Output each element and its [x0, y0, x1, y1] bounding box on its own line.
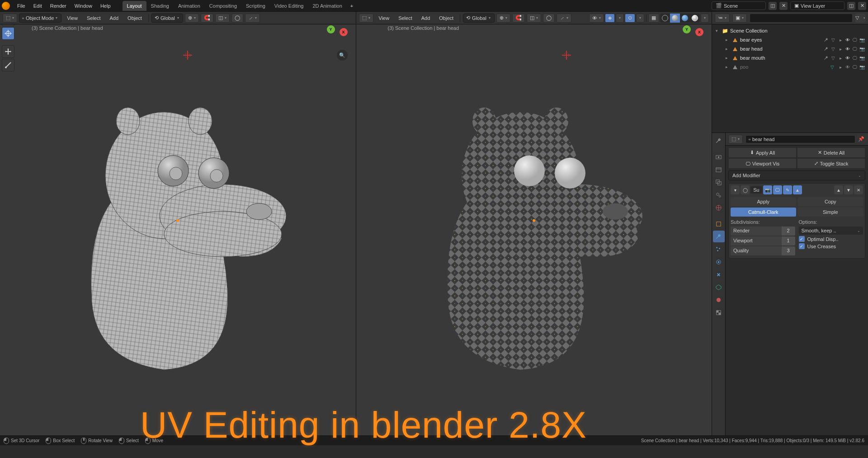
axis-y-icon[interactable]: Y — [683, 25, 691, 33]
modifier-cage-toggle[interactable]: ▲ — [793, 185, 802, 194]
scene-delete-button[interactable]: ✕ — [779, 2, 788, 10]
render-subdiv-field[interactable]: Render 2 — [731, 227, 795, 236]
outliner-search-input[interactable] — [750, 14, 853, 23]
disclosure-icon[interactable]: ▸ — [726, 65, 730, 69]
disclosure-icon[interactable]: ▾ — [716, 28, 720, 33]
header-object[interactable]: Object — [124, 14, 146, 23]
orientation-selector[interactable]: ⟲ Global ▾ — [463, 14, 495, 23]
gizmo-toggle[interactable]: ◈ — [605, 14, 615, 23]
modifier-apply-button[interactable]: Apply — [731, 197, 796, 206]
prop-tab-viewlayer[interactable] — [713, 176, 725, 188]
viewlayer-browse-button[interactable]: ◫ — [847, 2, 855, 10]
workspace-tab-scripting[interactable]: Scripting — [241, 1, 270, 11]
workspace-tab-layout[interactable]: Layout — [123, 1, 146, 11]
prop-tab-world[interactable] — [713, 202, 725, 213]
mesh-data-icon[interactable]: ▽ — [830, 37, 836, 43]
workspace-tab-compositing[interactable]: Compositing — [205, 1, 241, 11]
restrict-viewport-icon[interactable]: 🖵 — [852, 37, 858, 43]
header-add[interactable]: Add — [106, 14, 123, 23]
modifier-copy-button[interactable]: Copy — [798, 197, 863, 206]
scene-selector[interactable]: 🎬 Scene — [712, 1, 766, 10]
pivot-button[interactable]: ⊕▾ — [496, 14, 510, 23]
modifier-editmode-toggle[interactable]: ✎ — [783, 185, 792, 194]
optimal-display-checkbox[interactable]: ✓ Optimal Disp.. — [799, 236, 863, 242]
tool-move[interactable] — [2, 45, 14, 58]
wrench-icon[interactable] — [823, 46, 829, 52]
header-select[interactable]: Select — [395, 14, 416, 23]
axis-x-icon[interactable]: X — [340, 28, 348, 36]
snap-options[interactable]: ◫▾ — [215, 14, 230, 23]
blender-logo-icon[interactable] — [2, 2, 10, 10]
pivot-button[interactable]: ⊕▾ — [185, 14, 199, 23]
outliner-collection-row[interactable]: ▾ 📁 Scene Collection — [713, 26, 867, 35]
prop-tab-tool[interactable] — [713, 135, 725, 146]
header-add[interactable]: Add — [418, 14, 434, 23]
add-modifier-dropdown[interactable]: Add Modifier ⌄ — [728, 170, 865, 180]
modifier-move-up[interactable]: ▲ — [834, 185, 843, 194]
menu-help[interactable]: Help — [97, 1, 114, 10]
menu-file[interactable]: File — [14, 1, 29, 10]
modifier-name-field[interactable]: Su — [750, 186, 762, 194]
disclosure-icon[interactable]: ▸ — [726, 47, 730, 51]
restrict-viewport-icon[interactable]: 🖵 — [852, 64, 858, 70]
uv-smooth-dropdown[interactable]: Smooth, keep ..⌄ — [799, 227, 863, 235]
workspace-tab-video-editing[interactable]: Video Editing — [270, 1, 308, 11]
shading-material[interactable] — [680, 14, 690, 23]
pin-icon[interactable]: 📌 — [858, 136, 865, 142]
scene-browse-button[interactable]: ◫ — [769, 2, 777, 10]
toggle-stack-button[interactable]: ⤢Toggle Stack — [797, 158, 865, 169]
wrench-icon[interactable] — [823, 37, 829, 43]
restrict-viewport-icon[interactable]: 🖵 — [852, 55, 858, 61]
outliner-filter-button[interactable]: ▽▾ — [855, 14, 865, 23]
visibility-icon[interactable]: 👁 — [844, 55, 851, 61]
mesh-data-icon[interactable]: ▽ — [830, 46, 836, 52]
restrict-render-icon[interactable]: 📷 — [859, 46, 865, 52]
proportional-edit-button[interactable]: ◯ — [231, 14, 243, 23]
proportional-falloff[interactable]: ⟋▾ — [557, 14, 571, 23]
xray-toggle[interactable]: ▦ — [648, 14, 659, 23]
visibility-icon[interactable]: 👁 — [844, 46, 851, 52]
menu-edit[interactable]: Edit — [30, 1, 46, 10]
prop-tab-mesh[interactable] — [713, 281, 725, 293]
modifier-render-toggle[interactable]: 📷 — [763, 185, 772, 194]
prop-tab-particles[interactable] — [713, 243, 725, 255]
outliner-type-button[interactable]: ≔▾ — [715, 14, 730, 23]
modifier-expand-toggle[interactable]: ▾ — [731, 185, 740, 194]
outliner-item-bear-head[interactable]: ▸ bear head ▽ ▸ 👁 🖵 📷 — [713, 44, 867, 53]
viewlayer-delete-button[interactable]: ✕ — [858, 2, 866, 10]
visibility-button[interactable]: 👁▾ — [589, 14, 604, 23]
restrict-render-icon[interactable]: 📷 — [859, 64, 865, 70]
disclosure-icon[interactable]: ▸ — [726, 38, 730, 42]
proportional-falloff[interactable]: ⟋▾ — [245, 14, 260, 23]
workspace-tab-shading[interactable]: Shading — [146, 1, 174, 11]
snap-options[interactable]: ◫▾ — [527, 14, 541, 23]
editor-type-button[interactable]: ⬚▾ — [359, 14, 373, 23]
workspace-tab-animation[interactable]: Animation — [174, 1, 205, 11]
visibility-icon[interactable]: 👁 — [844, 37, 851, 43]
menu-render[interactable]: Render — [47, 1, 70, 10]
prop-tab-object[interactable] — [713, 218, 725, 230]
delete-all-button[interactable]: ✕Delete All — [797, 147, 865, 158]
editor-type-button[interactable]: ⬚▾ — [3, 14, 17, 23]
outliner-item-poo[interactable]: ▸ poo ▽ ▸ 👁 🖵 📷 — [713, 62, 867, 71]
disclosure-icon[interactable]: ▸ — [726, 56, 730, 60]
viewlayer-selector[interactable]: ▣ View Layer — [790, 1, 844, 10]
restrict-select-icon[interactable]: ▸ — [837, 37, 844, 43]
shading-rendered[interactable] — [690, 14, 700, 23]
modifier-move-down[interactable]: ▼ — [844, 185, 853, 194]
viewport-subdiv-field[interactable]: Viewport 1 — [731, 236, 795, 246]
subdivision-catmull-button[interactable]: Catmull-Clark — [731, 208, 796, 217]
workspace-tab-2d-animation[interactable]: 2D Animation — [308, 1, 346, 11]
snap-button[interactable]: 🧲 — [201, 14, 213, 23]
mode-selector[interactable]: ▫ Object Mode ▾ — [19, 14, 61, 23]
restrict-select-icon[interactable]: ▸ — [837, 46, 844, 52]
axis-x-icon[interactable]: X — [695, 28, 703, 36]
viewport-vis-button[interactable]: 🖵Viewport Vis — [728, 158, 797, 169]
restrict-render-icon[interactable]: 📷 — [859, 55, 865, 61]
modifier-delete[interactable]: ✕ — [854, 185, 863, 194]
viewport-right[interactable]: ⬚▾ View Select Add Object ⟲ Global ▾ ⊕▾ … — [356, 12, 712, 435]
outliner-item-bear-mouth[interactable]: ▸ bear mouth ▽ ▸ 👁 🖵 📷 — [713, 53, 867, 62]
snap-button[interactable]: 🧲 — [512, 14, 525, 23]
shading-options[interactable]: ▾ — [701, 14, 709, 23]
prop-tab-material[interactable] — [713, 294, 725, 306]
